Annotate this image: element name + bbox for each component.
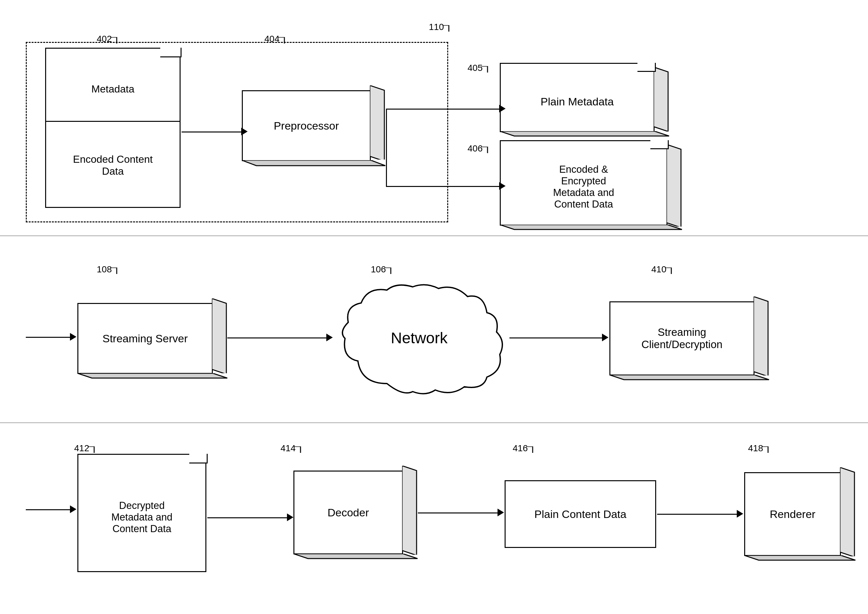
svg-marker-5 [500, 225, 682, 229]
renderer-bottom-face [744, 555, 857, 561]
ref-418: 418 [748, 443, 763, 453]
doc-fold-corner [160, 48, 182, 57]
streaming-client-bottom-face [609, 375, 770, 381]
encoded-content-label: Encoded ContentData [46, 122, 180, 209]
arrow-pre-to-enc-vert [386, 110, 387, 187]
arrowhead-into-decrypted [70, 505, 76, 513]
svg-marker-4 [666, 144, 681, 226]
svg-marker-6 [212, 298, 226, 373]
ref-410: 410 [651, 264, 666, 274]
metadata-label: Metadata [46, 57, 180, 122]
plain-metadata-right-face [654, 67, 670, 132]
arrowhead-pre-to-plain [499, 105, 506, 113]
arrowhead-decoder-to-plain [497, 509, 504, 516]
streaming-server-bottom-face [78, 373, 228, 379]
plain-content-box: Plain Content Data [505, 480, 656, 548]
svg-marker-11 [402, 466, 416, 555]
renderer-right-face [840, 467, 856, 556]
arrowhead-decrypted-to-decoder [287, 513, 293, 521]
tick-416 [526, 447, 536, 456]
svg-marker-14 [744, 555, 856, 560]
ref-414: 414 [281, 443, 296, 453]
ref-404: 404 [264, 34, 279, 44]
tick-110 [443, 25, 452, 35]
arrow-plain-to-renderer [657, 514, 738, 515]
ref-405: 405 [467, 63, 483, 73]
plain-metadata-bottom-face [500, 131, 671, 137]
ref-402: 402 [97, 34, 112, 44]
streaming-server-right-face [212, 298, 228, 373]
preprocessor-box: Preprocessor [242, 90, 371, 161]
tick-414 [294, 447, 304, 456]
svg-marker-10 [609, 375, 769, 380]
streaming-client-box: StreamingClient/Decryption [609, 301, 755, 375]
encoded-encrypted-right-face [666, 144, 683, 226]
plain-meta-top-tab [500, 63, 638, 72]
streaming-client-right-face [753, 296, 770, 375]
plain-metadata-box: Plain Metadata [500, 71, 655, 132]
arrow-into-decrypted [26, 509, 71, 510]
ref-412: 412 [74, 443, 89, 453]
tick-418 [762, 447, 771, 456]
tick-404 [278, 37, 287, 47]
svg-marker-2 [654, 67, 668, 132]
tick-406 [481, 147, 491, 156]
svg-text:Network: Network [391, 329, 448, 346]
arrow-decrypted-to-decoder [207, 517, 288, 518]
decrypted-metadata-box: DecryptedMetadata andContent Data [78, 462, 207, 572]
encoded-encrypted-box: Encoded &EncryptedMetadata andContent Da… [500, 148, 668, 226]
arrowhead-plain-to-renderer [737, 510, 743, 518]
arrow-decoder-to-plain [418, 512, 498, 513]
arrow-pre-to-plain [386, 109, 500, 110]
source-doc-box: Metadata Encoded ContentData [45, 56, 180, 208]
arrowhead-pre-to-enc [499, 182, 506, 190]
arrow-pre-to-enc-horiz [386, 186, 500, 187]
tick-108 [110, 268, 120, 277]
svg-marker-13 [840, 467, 854, 556]
decrypted-top-tab [78, 454, 190, 464]
arrow-network-to-client [509, 338, 603, 338]
plain-meta-fold [637, 63, 656, 72]
doc-top-tab [45, 48, 168, 57]
separator-2 [0, 422, 868, 423]
tick-106 [384, 268, 394, 277]
svg-marker-12 [293, 554, 418, 558]
svg-marker-3 [500, 131, 669, 136]
decoder-right-face [402, 466, 418, 555]
arrowhead-into-streaming [70, 333, 76, 341]
diagram-area: 110 402 Metadata Encoded ContentData 404… [0, 0, 868, 614]
tick-410 [665, 268, 674, 277]
network-cloud: Network [329, 281, 509, 403]
preprocessor-right-face [370, 85, 386, 160]
streaming-server-box: Streaming Server [78, 303, 213, 374]
decoder-box: Decoder [293, 471, 403, 554]
preprocessor-bottom-face [242, 160, 387, 167]
enc-enc-top-tab [500, 140, 651, 149]
enc-enc-fold [651, 140, 669, 149]
ref-106: 106 [371, 264, 386, 274]
svg-marker-7 [78, 373, 227, 378]
decoder-bottom-face [293, 554, 419, 560]
arrow-into-streaming [26, 337, 71, 338]
separator-1 [0, 235, 868, 236]
tick-402 [110, 37, 120, 47]
ref-110: 110 [429, 22, 444, 32]
ref-416: 416 [513, 443, 528, 453]
svg-marker-1 [242, 160, 385, 166]
ref-108: 108 [97, 264, 112, 274]
encoded-encrypted-bottom-face [500, 225, 683, 231]
tick-405 [481, 66, 491, 76]
ref-406: 406 [467, 143, 483, 154]
svg-marker-0 [370, 85, 384, 160]
arrowhead-source-to-preprocessor [241, 128, 248, 135]
svg-marker-9 [753, 296, 768, 375]
arrowhead-network-to-client [602, 333, 609, 341]
arrow-server-to-network [227, 338, 327, 338]
decrypted-fold [189, 454, 208, 464]
renderer-box: Renderer [744, 472, 841, 556]
arrow-source-to-preprocessor [182, 132, 243, 132]
